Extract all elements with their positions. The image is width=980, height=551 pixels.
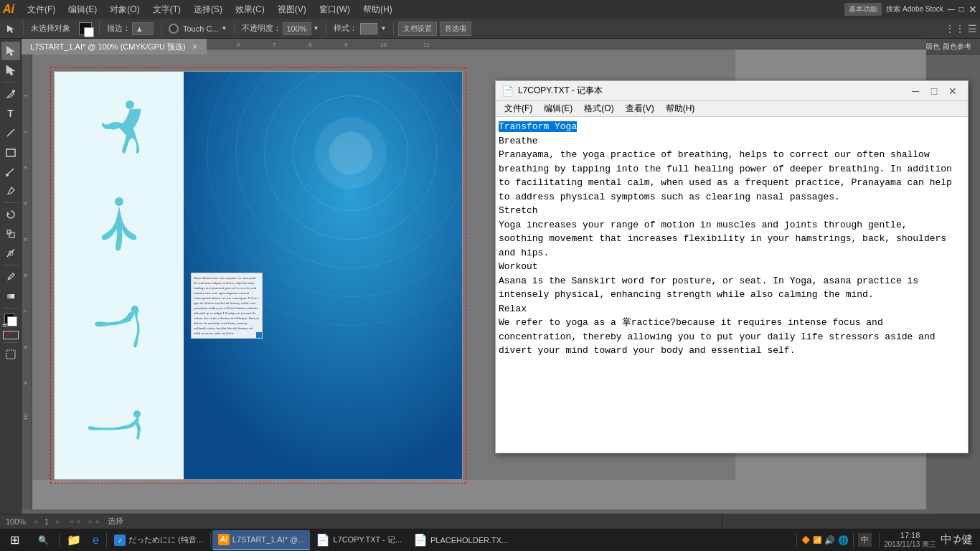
- stroke-input[interactable]: [132, 22, 154, 35]
- ai-toolbar: 未选择对象 描边： Touch C... ▼ 不透明度： ▼: [0, 19, 980, 39]
- search-button[interactable]: 🔍: [29, 529, 57, 552]
- gradient-tool[interactable]: [1, 287, 20, 306]
- rect-tool[interactable]: [1, 143, 20, 161]
- svg-text:10: 10: [22, 414, 29, 420]
- tool-sep2: [3, 202, 19, 203]
- doc-settings-btn[interactable]: 文档设置: [398, 22, 437, 36]
- svg-text:8: 8: [308, 42, 312, 48]
- menu-select[interactable]: 选择(S): [188, 2, 228, 17]
- menu-text[interactable]: 文字(T): [147, 2, 187, 17]
- svg-rect-6: [6, 149, 15, 156]
- svg-point-4: [12, 90, 15, 93]
- preferences-btn[interactable]: 首选项: [440, 22, 471, 36]
- toolbar-sep4: [234, 22, 235, 35]
- system-clock[interactable]: 17:18 2013/11/13 周三: [884, 531, 936, 550]
- menu-file[interactable]: 文件(F): [22, 2, 61, 17]
- right-panel-tabs: 颜色 颜色参考: [923, 39, 980, 55]
- scale-tool[interactable]: [1, 225, 20, 243]
- toolbar-sep1: [23, 22, 24, 35]
- page-right-panel: Num doloreetum ven sequam ver suscipisti…: [184, 72, 462, 479]
- tray-volume[interactable]: 🔊: [824, 535, 835, 545]
- notepad-menu-file[interactable]: 文件(F): [499, 101, 538, 116]
- notepad-maximize[interactable]: □: [925, 84, 943, 98]
- taskbar-div3: [210, 533, 211, 547]
- menu-view[interactable]: 视图(V): [272, 2, 312, 17]
- taskbar: ⊞ 🔍 📁 e ♪ だっためにに (纯音... Ai L7START_1.AI*…: [0, 528, 980, 551]
- taskbar-div2: [106, 533, 107, 547]
- fill-stroke-swatches[interactable]: [76, 21, 95, 37]
- tray-network[interactable]: 🌐: [838, 535, 849, 545]
- taskbar-illustrator[interactable]: Ai L7START_1.AI* @...: [212, 530, 311, 550]
- pencil-tool[interactable]: [1, 182, 20, 200]
- taskbar-notepad-placeholder[interactable]: 📄 PLACEHOLDER.TX...: [407, 530, 514, 550]
- eyedropper-tool[interactable]: [1, 268, 20, 286]
- warp-tool[interactable]: [1, 244, 20, 263]
- svg-point-7: [6, 174, 9, 176]
- svg-text:7: 7: [273, 42, 276, 48]
- notepad-menu-help[interactable]: 帮助(H): [660, 101, 701, 116]
- touch-dropdown[interactable]: Touch C... ▼: [166, 22, 230, 35]
- tab-close[interactable]: ✕: [192, 42, 198, 52]
- document-tab[interactable]: L7START_1.AI* @ 100% (CMYK/GPU 预选) ✕: [22, 39, 207, 55]
- content-line-11: concentration, thereby allowing you to p…: [499, 331, 936, 342]
- menu-object[interactable]: 对象(O): [104, 2, 145, 17]
- ai-logo: Ai: [3, 3, 14, 16]
- menu-window[interactable]: 窗口(W): [314, 2, 356, 17]
- status-label[interactable]: 选择: [108, 516, 123, 527]
- direct-selection-tool[interactable]: [1, 61, 20, 80]
- taskbar-media-player[interactable]: ♪ だっためにに (纯音...: [108, 530, 209, 550]
- notepad-menu-edit[interactable]: 编辑(E): [538, 101, 578, 116]
- color-panel-tab[interactable]: 颜色: [925, 42, 940, 52]
- toolbar-sep6: [393, 22, 394, 35]
- content-line-1: Pranayama, the yoga practice of breathin…: [499, 149, 930, 160]
- tool-sep5: [3, 342, 19, 343]
- tray-icons[interactable]: 🔶: [801, 536, 810, 544]
- color-guide-tab[interactable]: 颜色参考: [943, 42, 971, 52]
- tab-label: L7START_1.AI* @ 100% (CMYK/GPU 预选): [30, 42, 186, 52]
- selection-tool[interactable]: [1, 42, 20, 60]
- notepad-text-area[interactable]: Transform Yoga Breathe Pranayama, the yo…: [496, 117, 968, 453]
- line-tool[interactable]: [1, 123, 20, 142]
- none-fill[interactable]: [3, 331, 19, 339]
- page-indicator: 1: [44, 517, 49, 526]
- search-stock[interactable]: 搜索 Adobe Stock: [886, 4, 943, 14]
- zoom-level[interactable]: 100%: [6, 517, 26, 526]
- menu-edit[interactable]: 编辑(E): [62, 2, 103, 17]
- close-btn[interactable]: ✕: [969, 4, 977, 15]
- content-line-2: breathing by tapping into the full heali…: [499, 164, 952, 174]
- svg-text:9: 9: [22, 381, 29, 385]
- start-button[interactable]: ⊞: [0, 529, 29, 552]
- content-line-9: intensely physical, enhancing strength w…: [499, 289, 874, 300]
- menu-effect[interactable]: 效果(C): [230, 2, 270, 17]
- svg-rect-9: [9, 232, 14, 237]
- notepad-menu-view[interactable]: 查看(V): [620, 101, 660, 116]
- tray-icons2[interactable]: 📶: [813, 536, 821, 544]
- pen-tool[interactable]: [1, 85, 20, 103]
- taskbar-file-explorer[interactable]: 📁: [61, 530, 87, 550]
- type-tool[interactable]: T: [1, 104, 20, 123]
- notepad-minimize[interactable]: ─: [906, 84, 925, 98]
- color-swatches[interactable]: ⇆: [1, 311, 20, 329]
- notepad-close[interactable]: ✕: [943, 84, 962, 98]
- content-line-12: divert your mind toward your body and es…: [499, 345, 795, 356]
- svg-text:7: 7: [22, 309, 29, 313]
- brush-tool[interactable]: [1, 162, 20, 181]
- taskbar-notepad-l7copy[interactable]: 📄 L7COPY.TXT - 记...: [310, 530, 407, 550]
- scroll-bottom[interactable]: [722, 514, 937, 528]
- opacity-input[interactable]: [283, 22, 311, 35]
- svg-text:10: 10: [380, 42, 387, 48]
- menu-help[interactable]: 帮助(H): [357, 2, 398, 17]
- workspace-dropdown[interactable]: 基本功能: [844, 3, 882, 16]
- text-box-handle[interactable]: [256, 332, 262, 338]
- taskbar-edge[interactable]: e: [87, 530, 105, 550]
- rotate-tool[interactable]: [1, 205, 20, 224]
- minimize-btn[interactable]: ─: [948, 4, 955, 15]
- content-line-7: and hips.: [499, 248, 549, 258]
- stroke-label: 描边：: [104, 21, 156, 37]
- svg-text:9: 9: [344, 42, 348, 48]
- artboard-tool[interactable]: [1, 345, 20, 364]
- notepad-menu-format[interactable]: 格式(O): [578, 101, 619, 116]
- ime-indicator[interactable]: 中: [858, 533, 872, 547]
- svg-point-35: [126, 100, 134, 109]
- restore-btn[interactable]: □: [959, 4, 964, 14]
